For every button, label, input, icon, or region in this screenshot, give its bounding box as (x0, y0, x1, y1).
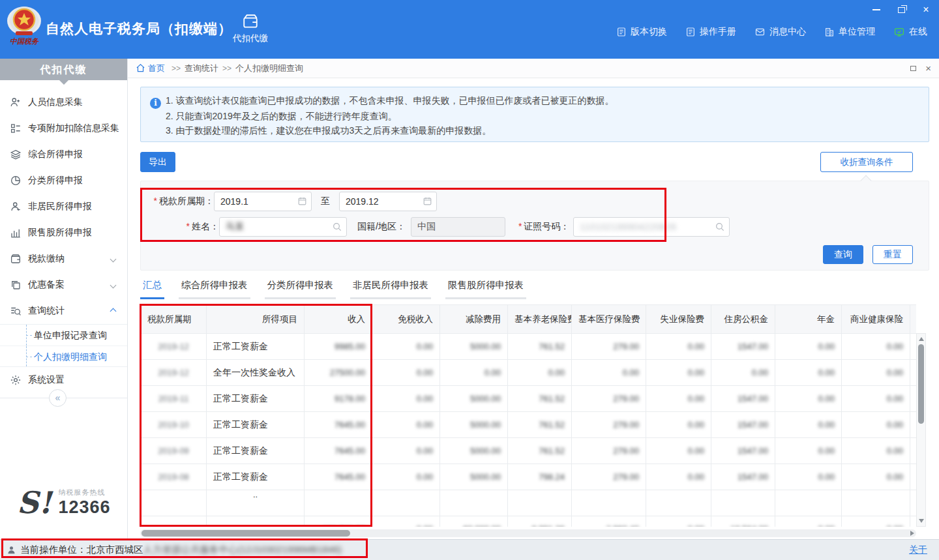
detail-table: 税款所属期所得项目收入免税收入减除费用基本养老保险费基本医疗保险费失业保险费住房… (140, 304, 916, 527)
document-icon (685, 27, 696, 37)
form-actions: 查询 重置 (823, 245, 913, 264)
sidebar: 代扣代缴 人员信息采集 专项附加扣除信息采集 综合所得申报 分类所得申报 非居民… (0, 59, 128, 539)
sidebar-subitem-personal-withholding-detail[interactable]: 个人扣缴明细查询 (0, 346, 127, 366)
wallet-icon (10, 253, 22, 265)
sidebar-item-classified-income[interactable]: 分类所得申报 (0, 168, 127, 194)
bar-chart-icon (10, 227, 22, 239)
panel-close-button[interactable]: × (925, 63, 931, 74)
about-link[interactable]: 关于 (909, 544, 927, 556)
menu-unit-management[interactable]: 单位管理 (824, 26, 875, 38)
table-body: 2019-12 正常工资薪金 9985.00 0.00 5000.00 761.… (141, 334, 917, 490)
status-bar: 当前操作单位：北京市西城区 人力资源公共服务中心(12J103021996MB1… (0, 539, 939, 560)
vertical-scrollbar[interactable] (916, 333, 926, 527)
sidebar-item-tax-payment[interactable]: 税款缴纳 (0, 246, 127, 272)
table-header-cell: 年金 (775, 305, 842, 334)
emblem-caption: 中国税务 (7, 38, 42, 46)
export-button[interactable]: 导出 (140, 152, 175, 172)
current-operating-unit-masked: 人力资源公共服务中心(12J103021996MB1846) (143, 544, 342, 556)
breadcrumb-home[interactable]: 首页 (148, 63, 165, 74)
period-label: 税款所属期： (159, 196, 214, 206)
sidebar-item-nonresident-income[interactable]: 非居民所得申报 (0, 194, 127, 220)
table-row[interactable]: 2019-12 正常工资薪金 9985.00 0.00 5000.00 761.… (141, 334, 917, 360)
tab-classified-income[interactable]: 分类所得申报表 (265, 279, 336, 299)
person-add-icon (10, 96, 22, 108)
chevron-down-icon (110, 256, 117, 262)
collapse-query-button[interactable]: 收折查询条件 (820, 152, 913, 172)
horizontal-scrollbar[interactable] (140, 529, 916, 537)
building-icon (824, 27, 835, 37)
tab-restricted-stock[interactable]: 限售股所得申报表 (445, 279, 526, 299)
calendar-icon[interactable] (423, 196, 432, 206)
hotline-label: 纳税服务热线 (58, 488, 110, 497)
form-notch (861, 175, 872, 186)
module-tab-withholding[interactable]: 代扣代缴 (227, 13, 274, 44)
menu-message-center[interactable]: 消息中心 (754, 26, 806, 38)
sidebar-item-personnel-info[interactable]: 人员信息采集 (0, 89, 127, 115)
id-number-input[interactable]: 110102199904220826 (573, 217, 730, 237)
user-icon (7, 545, 16, 555)
tab-nonresident-income[interactable]: 非居民所得申报表 (350, 279, 431, 299)
query-button[interactable]: 查询 (823, 245, 863, 264)
window-minimize-button[interactable] (871, 5, 882, 15)
nationality-input: 中国 (411, 217, 505, 237)
scroll-right-arrow-icon[interactable] (910, 531, 914, 536)
table-header-cell: 住房公积金 (711, 305, 775, 334)
home-icon (136, 63, 145, 73)
layers-icon (10, 149, 22, 160)
header-menu: 版本切换 操作手册 消息中心 单位管理 在线 (616, 26, 927, 38)
main-content: 首页 >> 查询统计 >> 个人扣缴明细查询 × i1. 该查询统计表仅能查询已… (128, 59, 939, 539)
scroll-down-arrow-icon[interactable] (919, 519, 924, 523)
sidebar-menu: 人员信息采集 专项附加扣除信息采集 综合所得申报 分类所得申报 非居民所得申报 … (0, 80, 127, 393)
table-row[interactable]: 2019-08 正常工资薪金 7645.00 0.00 5000.00 798.… (141, 464, 917, 490)
current-operating-unit: 当前操作单位：北京市西城区 (20, 544, 143, 556)
sidebar-item-special-deduction[interactable]: 专项附加扣除信息采集 (0, 115, 127, 141)
tab-summary[interactable]: 汇总 (140, 279, 164, 299)
form-list-icon (10, 123, 22, 134)
sidebar-subitem-unit-declaration-record[interactable]: 单位申报记录查询 (0, 325, 127, 346)
window-restore-button[interactable] (896, 5, 906, 15)
vertical-scroll-thumb[interactable] (918, 344, 924, 424)
notice-line-1: 1. 该查询统计表仅能查询已申报成功的数据，不包含未申报、申报失败，已申报但已作… (166, 95, 614, 106)
period-row: *税款所属期： 2019.1 至 2019.12 (146, 192, 437, 211)
sidebar-item-preferential-filing[interactable]: 优惠备案 (0, 272, 127, 298)
app-header: 中国税务 自然人电子税务局（扣缴端） 代扣代缴 版本切换 操作手册 消息中心 单… (0, 0, 939, 59)
app-title: 自然人电子税务局（扣缴端） (46, 20, 232, 38)
menu-online-status[interactable]: 在线 (893, 26, 927, 38)
pie-chart-icon (10, 175, 22, 186)
menu-operation-manual[interactable]: 操作手册 (685, 26, 736, 38)
window-close-button[interactable]: × (921, 5, 931, 15)
horizontal-scroll-thumb[interactable] (142, 530, 350, 537)
period-from-input[interactable]: 2019.1 (214, 192, 312, 211)
menu-version-switch[interactable]: 版本切换 (616, 26, 667, 38)
sidebar-collapse-button[interactable]: « (49, 389, 67, 407)
notice-line-3: 3. 由于数据处理的滞后性，建议您在申报成功3天之后再来查询最新的申报数据。 (150, 123, 919, 138)
report-tabs: 汇总 综合所得申报表 分类所得申报表 非居民所得申报表 限售股所得申报表 (140, 279, 526, 299)
id-number-label: 证照号码： (524, 221, 569, 231)
search-icon[interactable] (715, 222, 725, 232)
calendar-icon[interactable] (297, 196, 307, 206)
breadcrumb-level1: 查询统计 (185, 63, 218, 74)
notice-line-2: 2. 只能查询2019年及之后的数据，不能进行跨年度查询。 (150, 109, 919, 123)
table-header-cell: 基本养老保险费 (508, 305, 572, 334)
table-row[interactable]: 2019-11 正常工资薪金 9178.00 0.00 5000.00 761.… (141, 386, 917, 412)
sidebar-item-query-statistics[interactable]: 查询统计 (0, 298, 127, 324)
table-row[interactable]: 2019-09 正常工资薪金 7645.00 0.00 5000.00 761.… (141, 438, 917, 464)
scroll-up-arrow-icon[interactable] (919, 337, 924, 341)
tab-comprehensive-income[interactable]: 综合所得申报表 (179, 279, 250, 299)
table-row[interactable]: 2019-10 正常工资薪金 7645.00 0.00 5000.00 761.… (141, 412, 917, 438)
name-input[interactable]: 马某 (219, 217, 347, 237)
id-number-value: 110102199904220826 (580, 222, 676, 232)
panel-restore-button[interactable] (910, 66, 916, 71)
online-monitor-check-icon (893, 27, 905, 38)
hotline-mark-icon: S! (17, 488, 52, 518)
reset-button[interactable]: 重置 (872, 245, 913, 264)
table-header-cell: 收入 (305, 305, 372, 334)
search-icon[interactable] (332, 222, 342, 232)
sidebar-item-restricted-stock[interactable]: 限售股所得申报 (0, 220, 127, 246)
sidebar-item-system-settings[interactable]: 系统设置 (0, 367, 127, 393)
sidebar-item-comprehensive-income[interactable]: 综合所得申报 (0, 141, 127, 168)
query-statistics-submenu: 单位申报记录查询 个人扣缴明细查询 (0, 324, 127, 367)
table-row[interactable]: 2019-12 全年一次性奖金收入 27500.00 0.00 0.00 0.0… (141, 360, 917, 386)
period-to-input[interactable]: 2019.12 (339, 192, 437, 211)
table-header-cell: 商业健康保险 (842, 305, 910, 334)
